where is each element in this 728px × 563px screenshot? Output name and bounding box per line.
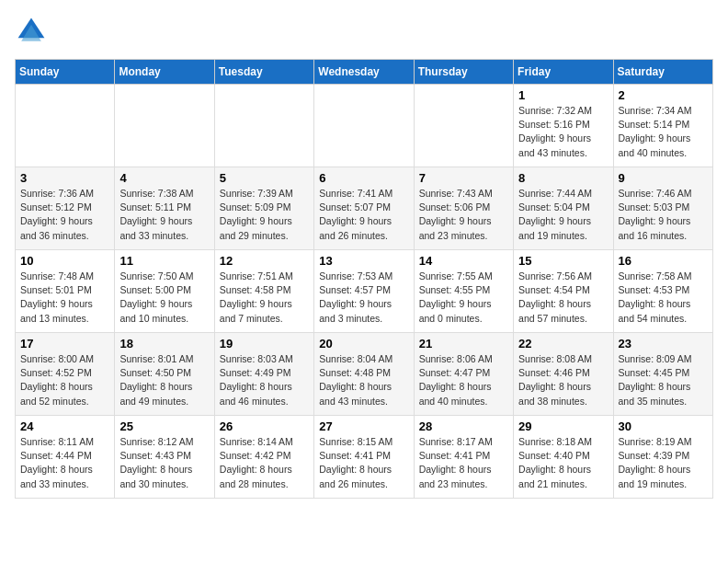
page-header [15,15,713,48]
day-info: Sunrise: 8:00 AM Sunset: 4:52 PM Dayligh… [20,352,109,408]
day-number: 9 [619,171,708,185]
day-info: Sunrise: 7:32 AM Sunset: 5:16 PM Dayligh… [518,104,608,160]
day-cell [314,85,414,167]
day-number: 15 [518,254,608,268]
day-info: Sunrise: 8:08 AM Sunset: 4:46 PM Dayligh… [518,352,608,408]
day-cell: 12Sunrise: 7:51 AM Sunset: 4:58 PM Dayli… [214,250,313,333]
day-cell [115,85,214,167]
day-number: 28 [419,419,508,433]
day-number: 7 [419,171,508,185]
day-cell: 4Sunrise: 7:38 AM Sunset: 5:11 PM Daylig… [115,167,214,250]
day-cell: 2Sunrise: 7:34 AM Sunset: 5:14 PM Daylig… [613,85,712,167]
day-cell: 1Sunrise: 7:32 AM Sunset: 5:16 PM Daylig… [514,85,613,167]
day-number: 12 [220,254,309,268]
day-info: Sunrise: 8:04 AM Sunset: 4:48 PM Dayligh… [319,352,408,408]
day-number: 27 [319,419,408,433]
day-number: 29 [518,419,608,433]
day-cell: 29Sunrise: 8:18 AM Sunset: 4:40 PM Dayli… [514,416,613,499]
day-cell: 3Sunrise: 7:36 AM Sunset: 5:12 PM Daylig… [16,167,115,250]
day-cell: 13Sunrise: 7:53 AM Sunset: 4:57 PM Dayli… [314,250,414,333]
day-cell [414,85,513,167]
week-row-4: 24Sunrise: 8:11 AM Sunset: 4:44 PM Dayli… [16,416,713,499]
week-row-1: 3Sunrise: 7:36 AM Sunset: 5:12 PM Daylig… [16,167,713,250]
day-cell: 28Sunrise: 8:17 AM Sunset: 4:41 PM Dayli… [414,416,513,499]
header-wednesday: Wednesday [314,60,414,85]
day-info: Sunrise: 7:34 AM Sunset: 5:14 PM Dayligh… [619,104,708,160]
day-cell: 11Sunrise: 7:50 AM Sunset: 5:00 PM Dayli… [115,250,214,333]
day-cell: 16Sunrise: 7:58 AM Sunset: 4:53 PM Dayli… [613,250,712,333]
day-info: Sunrise: 8:12 AM Sunset: 4:43 PM Dayligh… [119,435,209,491]
day-cell: 5Sunrise: 7:39 AM Sunset: 5:09 PM Daylig… [214,167,313,250]
header-friday: Friday [514,60,613,85]
day-info: Sunrise: 8:17 AM Sunset: 4:41 PM Dayligh… [419,435,508,491]
day-info: Sunrise: 7:51 AM Sunset: 4:58 PM Dayligh… [220,270,309,326]
day-cell: 25Sunrise: 8:12 AM Sunset: 4:43 PM Dayli… [115,416,214,499]
day-number: 24 [20,419,109,433]
day-cell: 9Sunrise: 7:46 AM Sunset: 5:03 PM Daylig… [613,167,712,250]
day-cell: 21Sunrise: 8:06 AM Sunset: 4:47 PM Dayli… [414,333,513,416]
day-cell: 30Sunrise: 8:19 AM Sunset: 4:39 PM Dayli… [613,416,712,499]
day-cell [214,85,313,167]
day-cell: 15Sunrise: 7:56 AM Sunset: 4:54 PM Dayli… [514,250,613,333]
day-info: Sunrise: 7:38 AM Sunset: 5:11 PM Dayligh… [119,187,209,243]
day-number: 13 [319,254,408,268]
day-cell: 17Sunrise: 8:00 AM Sunset: 4:52 PM Dayli… [16,333,115,416]
day-info: Sunrise: 8:01 AM Sunset: 4:50 PM Dayligh… [119,352,209,408]
day-number: 18 [119,337,209,350]
day-number: 19 [220,337,309,350]
week-row-3: 17Sunrise: 8:00 AM Sunset: 4:52 PM Dayli… [16,333,713,416]
day-cell: 7Sunrise: 7:43 AM Sunset: 5:06 PM Daylig… [414,167,513,250]
day-info: Sunrise: 7:46 AM Sunset: 5:03 PM Dayligh… [619,187,708,243]
day-cell: 24Sunrise: 8:11 AM Sunset: 4:44 PM Dayli… [16,416,115,499]
day-number: 3 [20,171,109,185]
header-tuesday: Tuesday [214,60,313,85]
day-number: 30 [619,419,708,433]
day-info: Sunrise: 8:18 AM Sunset: 4:40 PM Dayligh… [518,435,608,491]
day-number: 22 [518,337,608,350]
logo-icon [15,15,48,48]
day-cell: 10Sunrise: 7:48 AM Sunset: 5:01 PM Dayli… [16,250,115,333]
day-info: Sunrise: 8:14 AM Sunset: 4:42 PM Dayligh… [220,435,309,491]
day-info: Sunrise: 7:55 AM Sunset: 4:55 PM Dayligh… [419,270,508,326]
day-number: 10 [20,254,109,268]
day-cell: 20Sunrise: 8:04 AM Sunset: 4:48 PM Dayli… [314,333,414,416]
day-number: 21 [419,337,508,350]
day-number: 1 [518,88,608,102]
day-info: Sunrise: 8:09 AM Sunset: 4:45 PM Dayligh… [619,352,708,408]
day-number: 20 [319,337,408,350]
day-cell [16,85,115,167]
day-number: 2 [619,88,708,102]
day-info: Sunrise: 7:53 AM Sunset: 4:57 PM Dayligh… [319,270,408,326]
day-info: Sunrise: 8:15 AM Sunset: 4:41 PM Dayligh… [319,435,408,491]
calendar-header-row: SundayMondayTuesdayWednesdayThursdayFrid… [16,60,713,85]
day-info: Sunrise: 7:43 AM Sunset: 5:06 PM Dayligh… [419,187,508,243]
day-cell: 19Sunrise: 8:03 AM Sunset: 4:49 PM Dayli… [214,333,313,416]
day-number: 17 [20,337,109,350]
day-info: Sunrise: 8:03 AM Sunset: 4:49 PM Dayligh… [220,352,309,408]
day-info: Sunrise: 8:19 AM Sunset: 4:39 PM Dayligh… [619,435,708,491]
day-number: 23 [619,337,708,350]
day-info: Sunrise: 8:11 AM Sunset: 4:44 PM Dayligh… [20,435,109,491]
day-info: Sunrise: 7:50 AM Sunset: 5:00 PM Dayligh… [119,270,209,326]
logo [15,15,51,48]
day-number: 11 [119,254,209,268]
day-info: Sunrise: 7:39 AM Sunset: 5:09 PM Dayligh… [220,187,309,243]
week-row-2: 10Sunrise: 7:48 AM Sunset: 5:01 PM Dayli… [16,250,713,333]
day-number: 6 [319,171,408,185]
header-thursday: Thursday [414,60,513,85]
day-number: 5 [220,171,309,185]
day-number: 26 [220,419,309,433]
day-number: 8 [518,171,608,185]
day-cell: 14Sunrise: 7:55 AM Sunset: 4:55 PM Dayli… [414,250,513,333]
header-sunday: Sunday [16,60,115,85]
day-info: Sunrise: 7:41 AM Sunset: 5:07 PM Dayligh… [319,187,408,243]
day-number: 14 [419,254,508,268]
day-cell: 8Sunrise: 7:44 AM Sunset: 5:04 PM Daylig… [514,167,613,250]
day-number: 25 [119,419,209,433]
day-cell: 6Sunrise: 7:41 AM Sunset: 5:07 PM Daylig… [314,167,414,250]
day-cell: 27Sunrise: 8:15 AM Sunset: 4:41 PM Dayli… [314,416,414,499]
header-saturday: Saturday [613,60,712,85]
day-info: Sunrise: 7:56 AM Sunset: 4:54 PM Dayligh… [518,270,608,326]
week-row-0: 1Sunrise: 7:32 AM Sunset: 5:16 PM Daylig… [16,85,713,167]
day-cell: 23Sunrise: 8:09 AM Sunset: 4:45 PM Dayli… [613,333,712,416]
